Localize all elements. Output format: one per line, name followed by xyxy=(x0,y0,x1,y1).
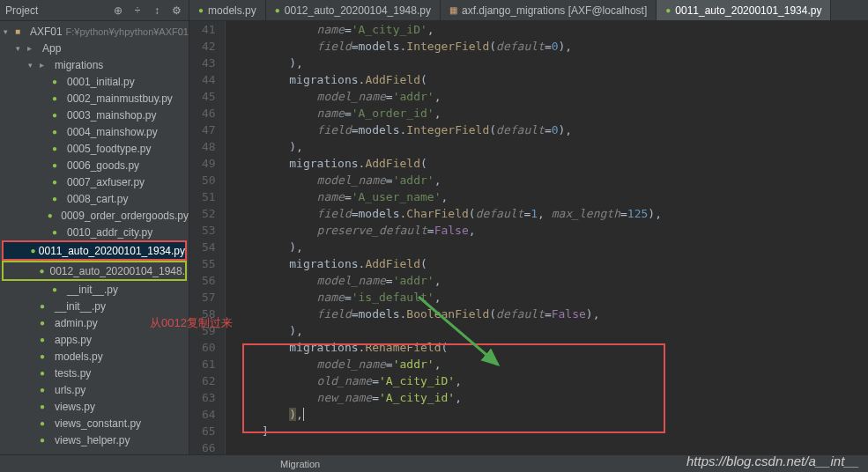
tree-file[interactable]: ●0004_mainshow.py xyxy=(0,123,189,140)
editor-tabs: ●models.py●0012_auto_20200104_1948.py▦ax… xyxy=(189,0,868,20)
code-line[interactable]: new_name='A_city_id', xyxy=(234,389,859,406)
python-file-icon: ● xyxy=(31,246,36,255)
tree-file[interactable]: ●views_constant.py xyxy=(0,415,189,431)
chevron-down-icon[interactable]: ▾ xyxy=(16,44,25,53)
python-file-icon: ● xyxy=(40,402,52,411)
code-line[interactable]: ] xyxy=(234,423,859,439)
tree-file[interactable]: ●__init__.py xyxy=(0,298,189,314)
tree-file[interactable]: ●0011_auto_20200101_1934.py xyxy=(4,242,185,259)
code-line[interactable]: ), xyxy=(234,138,859,155)
target-icon[interactable]: ⊕ xyxy=(111,4,125,18)
code-line[interactable]: ), xyxy=(234,322,859,339)
python-file-icon: ● xyxy=(52,127,64,136)
code-line[interactable]: model_name='addr', xyxy=(234,356,859,372)
code-line[interactable]: field=models.CharField(default=1, max_le… xyxy=(234,205,859,222)
tree-folder[interactable]: ▾▸App xyxy=(0,40,189,56)
tree-file[interactable]: ●0010_addr_city.py xyxy=(0,224,189,240)
code-editor[interactable]: 4142434445464748495051525354555657585960… xyxy=(189,21,868,454)
code-content[interactable]: name='A_city_iD', field=models.IntegerFi… xyxy=(226,21,868,454)
line-number: 53 xyxy=(202,222,216,239)
line-number: 44 xyxy=(202,71,216,88)
tree-item-label: views.py xyxy=(55,401,95,413)
line-number: 49 xyxy=(202,155,216,172)
code-line[interactable]: ), xyxy=(234,55,859,71)
tree-file[interactable]: ●0002_mainmustbuy.py xyxy=(0,90,189,107)
tree-item-label: 0003_mainshop.py xyxy=(67,109,156,122)
tree-file[interactable]: ●tests.py xyxy=(0,365,189,381)
editor-tab[interactable]: ▦axf.django_migrations [AXF@localhost] xyxy=(441,0,657,20)
code-line[interactable]: ), xyxy=(234,406,859,423)
code-line[interactable]: model_name='addr', xyxy=(234,172,859,188)
folder-icon: ▸ xyxy=(27,43,40,53)
code-line[interactable]: field=models.IntegerField(default=0), xyxy=(234,38,859,55)
breadcrumb-item[interactable]: Migration xyxy=(280,459,320,469)
python-file-icon: ● xyxy=(52,227,64,237)
tree-file[interactable]: ●views.py xyxy=(0,398,189,415)
editor-tab[interactable]: ●0011_auto_20200101_1934.py xyxy=(657,0,831,20)
tree-folder[interactable]: ▾▸migrations xyxy=(0,56,189,73)
tree-item-label: urls.py xyxy=(55,384,85,396)
tree-file[interactable]: ●urls.py xyxy=(0,381,189,398)
tree-item-label: 0009_order_ordergoods.py xyxy=(61,210,189,222)
divide-icon[interactable]: ÷ xyxy=(130,4,145,18)
python-file-icon: ● xyxy=(40,301,52,311)
line-number: 56 xyxy=(202,272,216,289)
python-file-icon: ● xyxy=(40,435,52,445)
python-file-icon: ● xyxy=(52,77,64,86)
chevron-down-icon[interactable]: ▾ xyxy=(4,27,12,36)
code-line[interactable]: ), xyxy=(234,239,859,255)
project-tree-panel[interactable]: ▾■AXF01F:¥python¥yhpython¥AXF01▾▸App▾▸mi… xyxy=(0,21,189,454)
python-file-icon: ● xyxy=(40,351,52,361)
tree-item-label: App xyxy=(42,42,61,55)
tree-item-label: 0007_axfuser.py xyxy=(67,176,145,188)
tree-file[interactable]: ●0009_order_ordergoods.py xyxy=(0,207,189,224)
tree-item-label: 0011_auto_20200101_1934.py xyxy=(39,245,185,257)
line-number: 66 xyxy=(202,439,216,454)
python-file-icon: ● xyxy=(40,368,52,378)
code-line[interactable]: name='A_user_name', xyxy=(234,188,859,205)
line-number: 42 xyxy=(202,38,216,55)
line-number: 61 xyxy=(202,356,216,372)
tree-item-label: 0004_mainshow.py xyxy=(67,126,158,138)
gear-icon[interactable]: ⚙ xyxy=(169,4,183,18)
project-title: Project xyxy=(5,4,106,17)
tree-file[interactable]: ●0012_auto_20200104_1948. xyxy=(4,262,185,279)
editor-tab[interactable]: ●models.py xyxy=(189,0,266,20)
code-line[interactable]: migrations.AddField( xyxy=(234,255,859,272)
code-line[interactable]: name='A_city_iD', xyxy=(234,21,859,38)
tree-file[interactable]: ●views_helper.py xyxy=(0,431,189,448)
tree-file[interactable]: ●__init__.py xyxy=(0,281,189,298)
project-tool-header[interactable]: Project ⊕ ÷ ↕ ⚙ xyxy=(0,0,189,20)
tree-file[interactable]: ●apps.py xyxy=(0,331,189,348)
tree-item-label: views_helper.py xyxy=(55,434,130,446)
code-line[interactable]: model_name='addr', xyxy=(234,88,859,105)
collapse-icon[interactable]: ↕ xyxy=(150,4,164,18)
tree-file[interactable]: ●0003_mainshop.py xyxy=(0,107,189,123)
tree-file[interactable]: ●models.py xyxy=(0,348,189,365)
code-line[interactable]: field=models.BooleanField(default=False)… xyxy=(234,306,859,322)
tree-file[interactable]: ●0007_axfuser.py xyxy=(0,173,189,190)
line-number: 41 xyxy=(202,21,216,38)
code-line[interactable]: migrations.RenameField( xyxy=(234,339,859,356)
line-number: 43 xyxy=(202,55,216,71)
tree-file[interactable]: ●0005_foodtype.py xyxy=(0,140,189,157)
code-line[interactable]: model_name='addr', xyxy=(234,272,859,289)
chevron-down-icon[interactable]: ▾ xyxy=(28,61,37,70)
python-file-icon: ● xyxy=(665,5,671,15)
tree-folder[interactable]: ▾■AXF01F:¥python¥yhpython¥AXF01 xyxy=(0,23,189,40)
tree-file[interactable]: ●0006_goods.py xyxy=(0,157,189,173)
tree-file[interactable]: ●0008_cart.py xyxy=(0,190,189,207)
line-number: 48 xyxy=(202,138,216,155)
code-line[interactable]: name='is_default', xyxy=(234,289,859,306)
code-line[interactable] xyxy=(234,439,859,454)
tree-item-label: admin.py xyxy=(55,317,98,329)
code-line[interactable]: name='A_order_id', xyxy=(234,105,859,122)
tree-file[interactable]: ●0001_initial.py xyxy=(0,73,189,90)
code-line[interactable]: preserve_default=False, xyxy=(234,222,859,239)
editor-tab[interactable]: ●0012_auto_20200104_1948.py xyxy=(266,0,441,20)
code-line[interactable]: field=models.IntegerField(default=0), xyxy=(234,122,859,138)
code-line[interactable]: migrations.AddField( xyxy=(234,155,859,172)
tree-item-path: F:¥python¥yhpython¥AXF01 xyxy=(66,26,189,37)
code-line[interactable]: migrations.AddField( xyxy=(234,71,859,88)
code-line[interactable]: old_name='A_city_iD', xyxy=(234,372,859,389)
